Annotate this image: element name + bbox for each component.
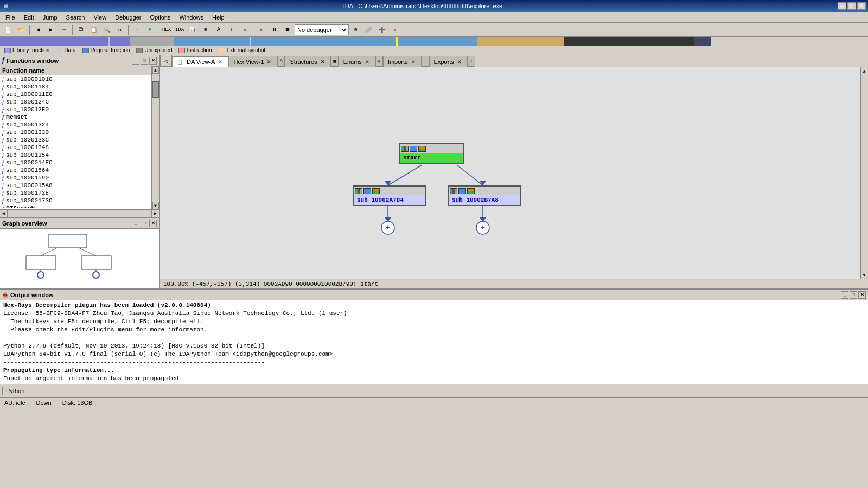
tab-imports-close[interactable]: ✕ <box>410 59 417 65</box>
debugger-select[interactable]: No debugger <box>295 24 349 35</box>
func-item[interactable]: fQISearch <box>0 204 151 208</box>
func-item[interactable]: fmemset <box>0 113 151 121</box>
func-item[interactable]: fsub_1000133C <box>0 136 151 144</box>
hex-view-button[interactable]: HEX <box>161 24 173 36</box>
func-item[interactable]: fsub_10001348 <box>0 144 151 151</box>
close-button[interactable]: ✕ <box>857 2 866 10</box>
ow-minimize-btn[interactable]: _ <box>841 291 848 299</box>
func-item[interactable]: fsub_1000124C <box>0 98 151 106</box>
hscroll-left-arrow[interactable]: ◀ <box>0 210 8 217</box>
menu-help[interactable]: Help <box>208 12 229 23</box>
circle-button[interactable]: ● <box>144 24 156 36</box>
tab-structures-close[interactable]: ✕ <box>320 59 326 65</box>
prox-view-button[interactable]: ⊞ <box>200 24 212 36</box>
tab-hex-view[interactable]: Hex View-1 ✕ <box>228 56 277 67</box>
type-info-button[interactable]: A <box>213 24 225 36</box>
tab-exports[interactable]: Exports ✕ <box>429 56 468 67</box>
scroll-thumb[interactable] <box>152 81 159 98</box>
tab-ida-close[interactable]: ✕ <box>217 59 224 65</box>
graph-view[interactable]: + + start sub_10002A7 <box>160 67 868 279</box>
go-close-btn[interactable]: ✕ <box>149 220 157 227</box>
func-item[interactable]: fsub_100001010 <box>0 75 151 83</box>
menu-search[interactable]: Search <box>62 12 90 23</box>
func-item[interactable]: fsub_10001354 <box>0 151 151 159</box>
func-item[interactable]: fsub_10001330 <box>0 129 151 136</box>
fw-close-btn[interactable]: ✕ <box>149 57 157 65</box>
ow-float-btn[interactable]: □ <box>850 291 857 299</box>
terminate-button[interactable]: ✕ <box>389 24 401 36</box>
open-button[interactable]: 📂 <box>15 24 27 36</box>
menu-file[interactable]: File <box>1 12 20 23</box>
scroll-down-arrow[interactable]: ▼ <box>152 202 159 209</box>
warning-button[interactable]: ⚠ <box>131 24 143 36</box>
detach-button[interactable]: ➕ <box>376 24 388 36</box>
paste-button[interactable]: 📋 <box>88 24 100 36</box>
attach-button[interactable]: 🔗 <box>363 24 375 36</box>
debugger-opt-button[interactable]: ⚙ <box>350 24 362 36</box>
tab-imports[interactable]: Imports ✕ <box>383 56 422 67</box>
run-button[interactable]: ▶ <box>256 24 267 36</box>
graph-vscroll[interactable]: ▲ ▼ <box>860 67 868 279</box>
tab-structures-icon[interactable]: ⊞ <box>331 56 339 67</box>
func-item[interactable]: fsub_10001324 <box>0 121 151 129</box>
graph-scroll-up[interactable]: ▲ <box>861 67 867 75</box>
refresh-button[interactable]: ↺ <box>114 24 126 36</box>
functions-hscroll[interactable]: ◀ ▶ <box>0 209 159 217</box>
functions-list[interactable]: fsub_100001010fsub_10001184fsub_1000011E… <box>0 75 151 208</box>
tab-enums[interactable]: Enums ✕ <box>339 56 375 67</box>
functions-scrollbar[interactable]: ▲ ▼ <box>151 66 159 209</box>
menu-debugger[interactable]: Debugger <box>111 12 145 23</box>
tab-enums-close[interactable]: ✕ <box>364 59 371 65</box>
output-window-controls[interactable]: _ □ ✕ <box>841 291 866 299</box>
graph-overview-controls[interactable]: _ □ ✕ <box>132 220 157 227</box>
menu-windows[interactable]: Windows <box>175 12 208 23</box>
menu-options[interactable]: Options <box>145 12 175 23</box>
window-controls[interactable]: ─ □ ✕ <box>838 2 866 10</box>
python-button[interactable]: Python <box>2 387 28 395</box>
graph-node-sub2[interactable]: sub_10002B7A8 <box>448 185 521 206</box>
tab-imports-icon[interactable]: ↓ <box>422 56 429 67</box>
exports-button[interactable]: ✕ <box>239 24 251 36</box>
menu-jump[interactable]: Jump <box>39 12 62 23</box>
func-item[interactable]: fsub_10001590 <box>0 174 151 182</box>
tab-structures[interactable]: Structures ✕ <box>285 56 330 67</box>
func-item[interactable]: fsub_10001184 <box>0 83 151 91</box>
new-button[interactable]: 📄 <box>2 24 14 36</box>
func-item[interactable]: fsub_10001564 <box>0 166 151 174</box>
nav-button[interactable]: → <box>58 24 70 36</box>
functions-window-controls[interactable]: _ □ ✕ <box>132 57 157 65</box>
go-minimize-btn[interactable]: _ <box>132 220 139 227</box>
find-button[interactable]: 🔍 <box>101 24 113 36</box>
func-item[interactable]: fsub_10000173C <box>0 197 151 204</box>
tab-exports-icon[interactable]: ↑ <box>468 56 475 67</box>
graph-node-start[interactable]: start <box>399 143 464 164</box>
func-item[interactable]: fsub_1000015A8 <box>0 182 151 189</box>
graph-node-sub1[interactable]: sub_10002A7D4 <box>353 185 426 206</box>
tab-exports-close[interactable]: ✕ <box>456 59 463 65</box>
fw-float-btn[interactable]: □ <box>141 57 148 65</box>
tab-ida-view[interactable]: 📋 IDA View-A ✕ <box>172 56 228 67</box>
menu-edit[interactable]: Edit <box>20 12 39 23</box>
func-item[interactable]: fsub_10001728 <box>0 189 151 197</box>
func-item[interactable]: fsub_1000011E0 <box>0 91 151 98</box>
imports-button[interactable]: ↓ <box>226 24 238 36</box>
func-item[interactable]: fsub_1000014EC <box>0 159 151 166</box>
minimize-button[interactable]: ─ <box>838 2 846 10</box>
go-float-btn[interactable]: □ <box>141 220 148 227</box>
graph-scroll-down[interactable]: ▼ <box>861 271 867 279</box>
back-button[interactable]: ◀ <box>32 24 44 36</box>
scroll-up-arrow[interactable]: ▲ <box>152 66 159 74</box>
fw-minimize-btn[interactable]: _ <box>132 57 139 65</box>
graph-view-button[interactable]: 📊 <box>187 24 199 36</box>
tab-nav-left[interactable]: ◁ <box>160 55 172 67</box>
ida-view-button[interactable]: IDA <box>174 24 186 36</box>
copy-button[interactable]: ⧉ <box>75 24 87 36</box>
tab-hex-close[interactable]: ✕ <box>266 59 272 65</box>
maximize-button[interactable]: □ <box>847 2 856 10</box>
hscroll-right-arrow[interactable]: ▶ <box>151 210 159 217</box>
stop-button[interactable]: ⏹ <box>282 24 293 36</box>
ow-close-btn[interactable]: ✕ <box>858 291 866 299</box>
func-item[interactable]: fsub_100012F0 <box>0 106 151 113</box>
tab-hex-icon[interactable]: A <box>277 56 285 67</box>
menu-view[interactable]: View <box>89 12 111 23</box>
